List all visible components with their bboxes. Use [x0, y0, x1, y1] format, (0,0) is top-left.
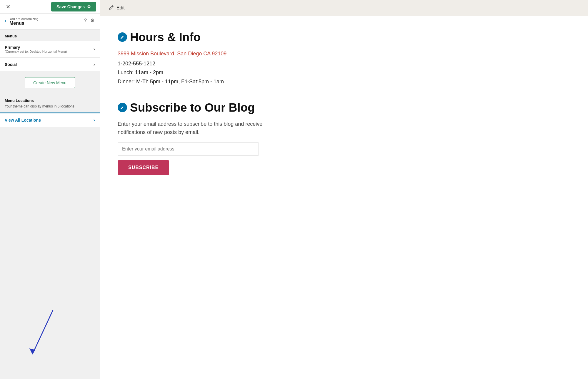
sidebar-item-social[interactable]: Social ›	[0, 57, 100, 71]
customizing-section: ‹ You are customizing Menus ? ⚙	[0, 14, 100, 30]
hours-info-section: Hours & Info 3999 Mission Boulevard, San…	[118, 31, 570, 86]
hours-info-content: 3999 Mission Boulevard, San Diego CA 921…	[118, 49, 570, 86]
svg-marker-1	[29, 348, 35, 354]
menu-locations-desc: Your theme can display menus in 6 locati…	[5, 104, 95, 109]
subscribe-description: Enter your email address to subscribe to…	[118, 120, 265, 137]
view-all-locations-item[interactable]: View All Locations ›	[0, 112, 100, 127]
social-nav-main: Social	[5, 62, 17, 67]
menus-section-title: Menus	[0, 30, 100, 41]
social-nav-text: Social	[5, 62, 17, 67]
primary-nav-text: Primary (Currently set to: Desktop Horiz…	[5, 45, 67, 53]
sidebar-item-primary[interactable]: Primary (Currently set to: Desktop Horiz…	[0, 41, 100, 57]
hours-info-heading: Hours & Info	[118, 31, 570, 44]
subscribe-heading: Subscribe to Our Blog	[118, 101, 570, 114]
menu-locations-section: Menu Locations Your theme can display me…	[0, 94, 100, 111]
customizing-text: You are customizing Menus	[9, 17, 39, 26]
sidebar: ✕ Save Changes ⚙ ‹ You are customizing M…	[0, 0, 100, 379]
phone-text: 1-202-555-1212	[118, 59, 570, 68]
help-icon-button[interactable]: ?	[84, 17, 87, 24]
chevron-right-icon: ›	[94, 47, 95, 52]
sidebar-topbar: ✕ Save Changes ⚙	[0, 0, 100, 14]
svg-line-0	[32, 310, 53, 354]
address-link[interactable]: 3999 Mission Boulevard, San Diego CA 921…	[118, 49, 570, 58]
settings-icon: ⚙	[90, 18, 94, 23]
edit-icon	[109, 5, 114, 11]
customizing-title: Menus	[9, 21, 39, 26]
annotation-arrow	[29, 307, 76, 361]
gear-icon: ⚙	[87, 4, 91, 9]
view-all-locations-link[interactable]: View All Locations	[5, 118, 41, 123]
subscribe-button[interactable]: SUBSCRIBE	[118, 160, 169, 175]
email-input[interactable]	[118, 143, 259, 155]
subscribe-icon	[118, 103, 127, 112]
menu-locations-title: Menu Locations	[5, 98, 95, 103]
customizing-label: You are customizing	[9, 17, 39, 21]
content-area: Hours & Info 3999 Mission Boulevard, San…	[100, 16, 588, 379]
view-all-chevron-icon: ›	[94, 117, 95, 123]
primary-nav-main: Primary	[5, 45, 67, 50]
hours-info-icon	[118, 32, 127, 42]
customizing-icons: ? ⚙	[84, 17, 95, 24]
subscribe-title: Subscribe to Our Blog	[130, 101, 255, 114]
primary-nav-sub: (Currently set to: Desktop Horizontal Me…	[5, 50, 67, 53]
lunch-text: Lunch: 11am - 2pm	[118, 68, 570, 77]
address-line1: 3999 Mission Boulevard,	[118, 51, 176, 57]
create-new-menu-button[interactable]: Create New Menu	[25, 77, 75, 88]
subscribe-section: Subscribe to Our Blog Enter your email a…	[118, 101, 570, 175]
hours-info-title: Hours & Info	[130, 31, 201, 44]
settings-icon-button[interactable]: ⚙	[90, 17, 95, 24]
dinner-text: Dinner: M-Th 5pm - 11pm, Fri-Sat:5pm - 1…	[118, 77, 570, 86]
edit-label: Edit	[116, 5, 125, 11]
top-bar: Edit	[100, 0, 588, 16]
chevron-right-icon-social: ›	[94, 62, 95, 67]
create-menu-section: Create New Menu	[0, 71, 100, 94]
save-changes-button[interactable]: Save Changes ⚙	[51, 2, 96, 11]
save-changes-label: Save Changes	[56, 4, 85, 9]
close-button[interactable]: ✕	[4, 2, 13, 11]
back-button[interactable]: ‹	[5, 17, 6, 24]
main-content: Edit Hours & Info 3999 Mission Boulevard…	[100, 0, 588, 379]
help-icon: ?	[84, 18, 87, 23]
address-line2: San Diego CA 92109	[177, 51, 226, 57]
